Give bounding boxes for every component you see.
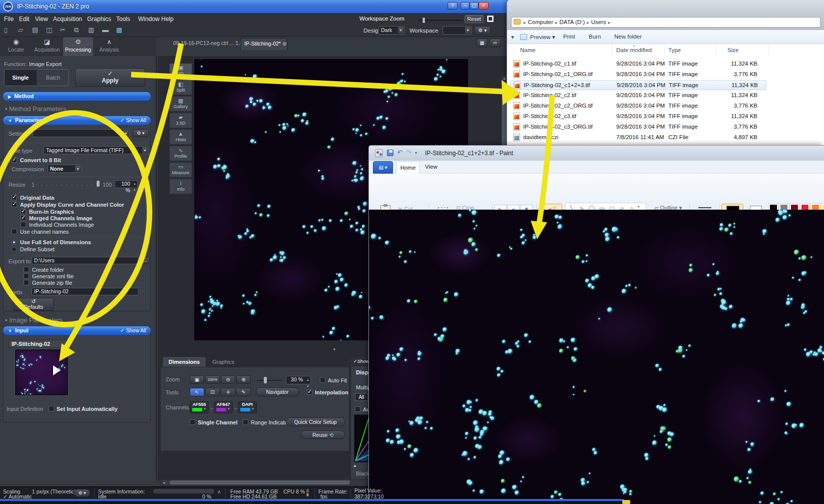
- document-tab-active[interactable]: IP-Stitching-02* ⊗: [240, 38, 287, 50]
- menu-edit[interactable]: Edit: [19, 16, 30, 23]
- batch-button[interactable]: Batch: [37, 70, 69, 86]
- pan-tool-button[interactable]: ✛: [221, 388, 235, 396]
- quick-color-setup-button[interactable]: Quick Color Setup: [286, 417, 345, 426]
- use-channel-names-checkbox[interactable]: [12, 229, 17, 234]
- defaults-button[interactable]: ↺ Defaults: [14, 298, 54, 311]
- save-icon[interactable]: ▤: [32, 26, 38, 34]
- channel-color-swatch[interactable]: [240, 408, 250, 411]
- parameters-header[interactable]: ▼Parameters✓ Show All: [3, 116, 151, 125]
- burn-button[interactable]: Burn: [589, 34, 601, 40]
- column-header-name[interactable]: Name: [520, 47, 536, 53]
- side-tab-2-5d[interactable]: ▰2.5D: [169, 113, 192, 128]
- apply-display-curve-checkbox[interactable]: [12, 202, 17, 207]
- tab-acquisition[interactable]: ◪Acquisition: [32, 37, 62, 56]
- maximize-button[interactable]: ▢: [470, 2, 479, 10]
- original-data-checkbox[interactable]: [12, 195, 17, 200]
- auto-fit-checkbox[interactable]: [320, 377, 325, 383]
- zoom-in-button[interactable]: ⊕: [236, 375, 251, 384]
- menu-help[interactable]: Help: [161, 16, 174, 23]
- tab-processing[interactable]: ⚙Processing: [63, 37, 93, 56]
- merged-channels-checkbox[interactable]: [21, 215, 26, 221]
- play-icon[interactable]: [53, 365, 61, 375]
- breadcrumb-users[interactable]: Users: [591, 19, 606, 25]
- input-header[interactable]: ▼Input✓ Show All: [3, 326, 151, 335]
- channel-color-swatch[interactable]: [192, 408, 202, 411]
- generate-zip-checkbox[interactable]: [24, 280, 29, 285]
- scroll-up-icon[interactable]: ▴: [638, 204, 640, 208]
- reset-button[interactable]: Reset: [465, 15, 484, 23]
- menu-window[interactable]: Window: [138, 16, 160, 23]
- undo-icon[interactable]: ↶: [397, 149, 402, 156]
- show-all-toggle[interactable]: ✓ Show All: [120, 116, 146, 125]
- paint-title-bar[interactable]: ↶ ↷ ▾ IP-Stitching-02_c1+2+3.tif - Paint: [369, 146, 824, 161]
- method-header[interactable]: ▶Method: [3, 92, 151, 101]
- workspace-zoom-slider-thumb[interactable]: [422, 17, 426, 24]
- menu-tools[interactable]: Tools: [116, 16, 130, 23]
- apply-button[interactable]: ✓ Apply: [75, 68, 145, 87]
- export-to-input[interactable]: D:\Users: [32, 257, 139, 264]
- save-icon[interactable]: [387, 150, 393, 156]
- find-icon[interactable]: ◫: [46, 26, 52, 34]
- file-row[interactable]: IP-Stitching-02_c3_ORG.tif9/28/2016 3:04…: [510, 122, 766, 132]
- zoom-slider[interactable]: [257, 380, 282, 381]
- gear-dropdown-icon[interactable]: ⚙ ▾: [475, 26, 491, 35]
- tab-dimensions[interactable]: Dimensions: [162, 356, 206, 367]
- print-button[interactable]: Print: [563, 34, 575, 40]
- menu-graphics[interactable]: Graphics: [87, 16, 111, 23]
- side-tab-measure[interactable]: ▭Measure: [169, 162, 192, 178]
- zoom-out-button[interactable]: ⊖: [221, 375, 235, 384]
- tab-home[interactable]: Home: [396, 161, 420, 174]
- browse-button[interactable]: ...: [141, 257, 150, 264]
- menu-file[interactable]: File: [4, 16, 14, 23]
- channel-button-af555[interactable]: AF555▼: [190, 401, 209, 413]
- qat-dropdown-icon[interactable]: ▾: [415, 151, 417, 155]
- file-row[interactable]: IP-Stitching-02_c1.tif9/28/2016 3:04 PMT…: [510, 59, 766, 69]
- breadcrumb-datad[interactable]: DATA (D:): [560, 19, 585, 25]
- workspace-select[interactable]: ▼: [443, 26, 472, 35]
- file-type-select[interactable]: Tagged Image File Format (TIFF)▼: [44, 146, 149, 154]
- side-tab-2d[interactable]: ▣2D: [169, 63, 192, 79]
- prefix-input[interactable]: IP-Stitching-02: [32, 288, 139, 295]
- collapse-progress-icon[interactable]: ∧: [217, 488, 221, 494]
- cut-icon[interactable]: ✂: [60, 26, 66, 34]
- tab-locate[interactable]: ◉Locate: [1, 37, 31, 56]
- paint-canvas[interactable]: [369, 210, 824, 504]
- column-header-size[interactable]: Size: [727, 47, 738, 53]
- interpolation-checkbox[interactable]: [307, 389, 312, 395]
- menu-acquisition[interactable]: Acquisition: [53, 16, 82, 23]
- scrollbar-thumb[interactable]: [170, 480, 350, 484]
- menu-view[interactable]: View: [35, 16, 48, 23]
- open-icon[interactable]: ▱: [18, 26, 23, 34]
- new-icon[interactable]: ▯: [4, 26, 8, 34]
- zoom-percent-input[interactable]: 30 %▲▼: [286, 376, 311, 384]
- preview-button[interactable]: Preview ▾: [530, 34, 555, 41]
- new-folder-button[interactable]: New folder: [614, 34, 642, 40]
- image-icon[interactable]: ▩: [116, 26, 122, 34]
- document-icon[interactable]: [487, 15, 494, 23]
- range-indicator-checkbox[interactable]: [243, 419, 248, 425]
- settings-gear-icon[interactable]: ⚙ ▾: [133, 129, 149, 137]
- side-tab-gallery[interactable]: ▦Gallery: [169, 96, 192, 112]
- paint-logo-icon[interactable]: [375, 149, 383, 157]
- zen-title-bar[interactable]: ZEN IP-Stitching-02 - ZEN 2 pro ? – ▢ ×: [0, 0, 510, 13]
- file-row[interactable]: IP-Stitching-02_c2.tif9/28/2016 3:04 PMT…: [510, 91, 766, 101]
- all-channels-button[interactable]: All: [355, 393, 368, 401]
- collapse-arrow-icon[interactable]: ▼: [332, 347, 336, 352]
- single-channel-checkbox[interactable]: [190, 419, 195, 425]
- auto-checkbox[interactable]: [355, 406, 360, 412]
- reuse-button[interactable]: Reuse ⟲: [301, 430, 345, 439]
- redo-icon[interactable]: ↷: [406, 149, 411, 156]
- individual-channels-checkbox[interactable]: [21, 222, 26, 227]
- generate-xml-checkbox[interactable]: [24, 273, 29, 279]
- use-full-set-radio[interactable]: [12, 240, 17, 245]
- chevron-down-icon[interactable]: ▾: [511, 34, 514, 41]
- zoom-100-button[interactable]: 100%: [205, 375, 220, 384]
- side-tab-info[interactable]: iInfo: [169, 179, 192, 194]
- picker-tool-button[interactable]: ✎: [236, 388, 251, 396]
- design-select[interactable]: Dark▼: [378, 26, 404, 35]
- close-button[interactable]: ×: [479, 2, 489, 10]
- breadcrumb-computer[interactable]: Computer: [528, 19, 554, 25]
- side-tab-histo[interactable]: ▲Histo: [169, 129, 192, 145]
- channel-color-swatch[interactable]: [216, 408, 226, 411]
- set-input-auto-checkbox[interactable]: [49, 406, 54, 411]
